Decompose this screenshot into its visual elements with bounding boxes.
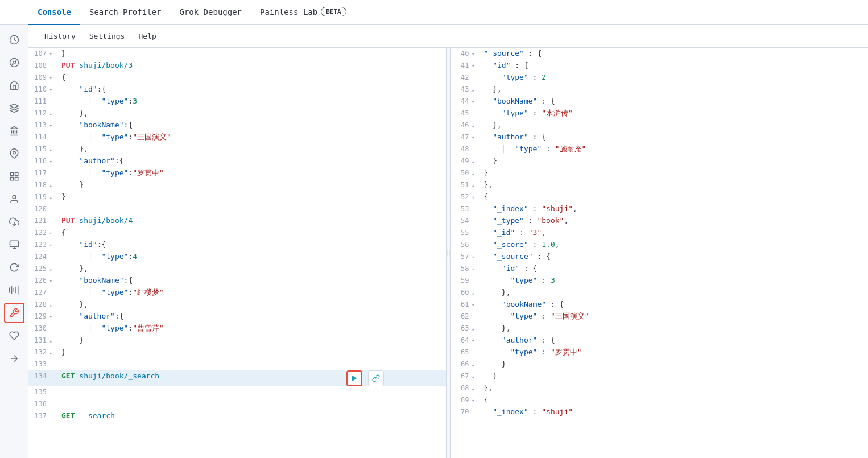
tab-search-profiler[interactable]: Search Profiler xyxy=(80,0,170,25)
line-number: 119▴ xyxy=(28,191,57,203)
sidebar-icon-heart[interactable] xyxy=(4,325,24,346)
sidebar-icon-signal[interactable] xyxy=(4,280,24,300)
fold-icon[interactable]: ▴ xyxy=(469,120,475,131)
line-number: 50▴ xyxy=(451,167,480,179)
line-number: 109▾ xyxy=(28,72,57,84)
tab-grok-debugger[interactable]: Grok Debugger xyxy=(170,0,251,25)
line-content: "bookName" : { xyxy=(480,299,869,311)
fold-icon[interactable]: ▾ xyxy=(469,299,475,311)
fold-icon[interactable]: ▴ xyxy=(469,168,475,179)
copy-curl-button[interactable] xyxy=(368,370,384,386)
fold-icon[interactable]: ▴ xyxy=(47,347,52,358)
fold-icon[interactable]: ▾ xyxy=(47,228,52,239)
fold-icon[interactable]: ▾ xyxy=(47,48,52,60)
fold-icon[interactable]: ▾ xyxy=(47,275,52,287)
fold-icon[interactable]: ▴ xyxy=(47,144,52,155)
line-content: } xyxy=(57,48,344,60)
fold-icon xyxy=(47,287,52,299)
fold-icon[interactable]: ▾ xyxy=(47,72,52,84)
fold-icon[interactable]: ▾ xyxy=(47,156,52,167)
line-number: 54 xyxy=(451,215,480,227)
nav-history[interactable]: History xyxy=(38,25,82,48)
fold-icon[interactable]: ▴ xyxy=(47,108,52,119)
fold-icon[interactable]: ▾ xyxy=(469,96,475,108)
fold-icon[interactable]: ▴ xyxy=(469,323,475,335)
sidebar-icon-download[interactable] xyxy=(4,212,24,232)
fold-icon[interactable]: ▾ xyxy=(47,311,52,323)
sidebar-icon-grid[interactable] xyxy=(4,166,24,187)
table-row: 42 "type" : 2 xyxy=(451,72,869,84)
fold-icon[interactable]: ▴ xyxy=(47,299,52,311)
fold-icon[interactable]: ▴ xyxy=(47,180,52,191)
table-row: 122▾ { xyxy=(28,227,446,239)
table-row: 107▾ } xyxy=(28,48,446,60)
right-code-editor[interactable]: 40▾ "_source" : { 41▾ "id" : { 42 "type"… xyxy=(451,48,869,458)
sidebar-icon-clock[interactable] xyxy=(4,30,24,50)
fold-icon[interactable]: ▾ xyxy=(47,84,52,96)
table-row: 64▾ "author" : { xyxy=(451,335,869,346)
fold-icon[interactable]: ▴ xyxy=(47,335,52,346)
fold-icon[interactable]: ▾ xyxy=(469,60,475,72)
line-content xyxy=(57,386,344,398)
sidebar-icon-layers[interactable] xyxy=(4,98,24,118)
fold-icon[interactable]: ▾ xyxy=(469,251,475,263)
sidebar xyxy=(0,25,28,458)
fold-icon[interactable]: ▴ xyxy=(469,84,475,96)
left-code-editor[interactable]: 107▾ } 108 PUT shuji/book/3 109▾ { xyxy=(28,48,446,458)
line-content: }, xyxy=(480,382,869,394)
sidebar-icon-stack[interactable] xyxy=(4,234,24,255)
line-content: }, xyxy=(480,179,869,191)
line-content: "id" : { xyxy=(480,263,869,275)
table-row: 113▾ "bookName":{ xyxy=(28,119,446,131)
run-button[interactable] xyxy=(346,370,362,386)
svg-marker-3 xyxy=(10,104,18,109)
line-content: } xyxy=(480,370,869,382)
fold-icon[interactable]: ▴ xyxy=(469,371,475,382)
tab-painless-lab[interactable]: Painless Lab BETA xyxy=(251,0,356,25)
fold-icon[interactable]: ▴ xyxy=(47,192,52,203)
table-row: 66▴ } xyxy=(451,358,869,370)
table-row: 48 │ "type" : "施耐庵" xyxy=(451,143,869,155)
fold-icon[interactable]: ▴ xyxy=(469,156,475,167)
nav-help[interactable]: Help xyxy=(131,25,163,48)
panel-divider[interactable]: ‖ xyxy=(447,48,451,458)
fold-icon[interactable]: ▾ xyxy=(469,192,475,203)
fold-icon[interactable]: ▴ xyxy=(469,383,475,394)
table-row: 121 PUT shuji/book/4 xyxy=(28,215,446,227)
table-row: 45 "type" : "水浒传" xyxy=(451,108,869,119)
line-content: PUT shuji/book/4 xyxy=(57,215,344,227)
line-content: } xyxy=(57,346,344,358)
fold-icon xyxy=(47,132,52,143)
sidebar-icon-compass[interactable] xyxy=(4,52,24,73)
sidebar-icon-tool[interactable] xyxy=(4,303,24,323)
sidebar-icon-person[interactable] xyxy=(4,189,24,209)
fold-icon[interactable]: ▾ xyxy=(47,240,52,251)
table-row: 67▴ } xyxy=(451,370,869,382)
sidebar-icon-arrow[interactable] xyxy=(4,348,24,369)
line-number: 108 xyxy=(28,60,57,72)
fold-icon[interactable]: ▾ xyxy=(469,335,475,346)
sidebar-icon-bank[interactable] xyxy=(4,121,24,141)
line-number: 120 xyxy=(28,203,57,215)
nav-settings[interactable]: Settings xyxy=(82,25,132,48)
fold-icon[interactable]: ▾ xyxy=(469,132,475,143)
line-content: "bookName":{ xyxy=(57,119,344,131)
fold-icon[interactable]: ▾ xyxy=(469,263,475,275)
fold-icon[interactable]: ▴ xyxy=(469,287,475,299)
fold-icon[interactable]: ▾ xyxy=(469,395,475,406)
sidebar-icon-refresh[interactable] xyxy=(4,257,24,278)
table-row: 58▾ "id" : { xyxy=(451,263,869,275)
fold-icon[interactable]: ▾ xyxy=(469,48,475,60)
fold-icon[interactable]: ▴ xyxy=(469,180,475,191)
sidebar-icon-pin[interactable] xyxy=(4,143,24,164)
fold-icon[interactable]: ▴ xyxy=(469,359,475,370)
fold-icon[interactable]: ▾ xyxy=(47,120,52,131)
fold-icon xyxy=(47,371,52,382)
sidebar-icon-home[interactable] xyxy=(4,75,24,96)
fold-icon[interactable]: ▴ xyxy=(47,263,52,275)
tab-console[interactable]: Console xyxy=(28,0,80,25)
beta-badge: BETA xyxy=(321,7,346,16)
line-content: │ "type":"红楼梦" xyxy=(57,287,344,299)
line-content: │ "type":"三国演义" xyxy=(57,131,344,143)
content-area: History Settings Help 107▾ } xyxy=(28,25,868,458)
